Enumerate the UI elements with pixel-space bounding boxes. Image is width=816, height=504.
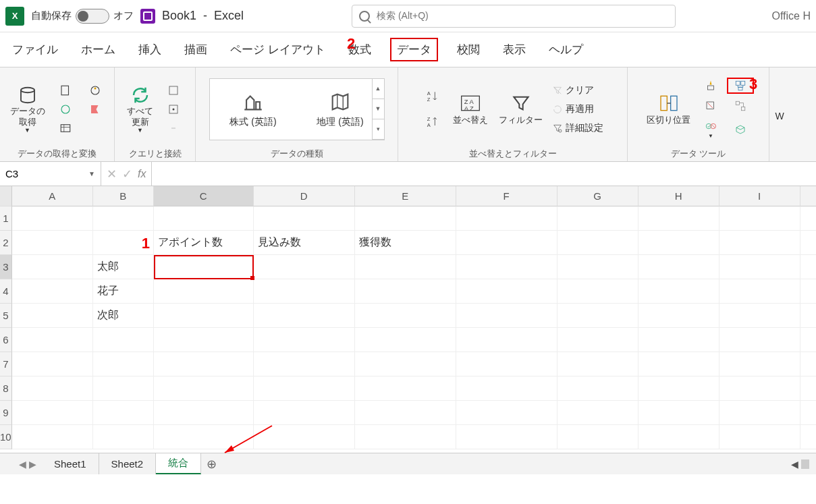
cell-G10[interactable] [557, 425, 638, 449]
name-box-input[interactable] [5, 168, 59, 179]
cell-G2[interactable] [557, 231, 638, 255]
cell-I4[interactable] [719, 279, 800, 304]
cell-J3[interactable] [800, 255, 816, 279]
row-header-2[interactable]: 2 [0, 231, 12, 255]
properties-icon[interactable] [160, 101, 187, 117]
cell-E5[interactable] [355, 304, 456, 328]
manage-data-model-icon[interactable] [727, 121, 754, 138]
cell-G5[interactable] [557, 304, 638, 328]
cell-F4[interactable] [456, 279, 557, 304]
cell-C7[interactable] [154, 352, 254, 376]
tab-insert[interactable]: 挿入 [134, 39, 165, 60]
cell-G4[interactable] [557, 279, 638, 304]
sheet-tab-2[interactable]: Sheet2 [99, 453, 157, 474]
chevron-down-icon[interactable]: ▼ [88, 170, 95, 177]
cell-H2[interactable] [638, 231, 719, 255]
sheet-nav[interactable]: ◀ ▶ [13, 453, 42, 474]
cell-B5[interactable]: 次郎 [93, 304, 154, 328]
cell-H5[interactable] [638, 304, 719, 328]
gallery-up-icon[interactable]: ▲ [373, 79, 384, 99]
cell-H4[interactable] [638, 279, 719, 304]
from-table-icon[interactable] [52, 101, 79, 117]
nav-prev-icon[interactable]: ◀ [19, 459, 26, 470]
cell-B7[interactable] [93, 352, 154, 376]
cell-J9[interactable] [800, 401, 816, 425]
row-header-6[interactable]: 6 [0, 328, 12, 352]
cell-A2[interactable] [12, 231, 93, 255]
existing-connections-icon[interactable] [52, 120, 79, 136]
sheet-tab-3[interactable]: 統合 [156, 453, 201, 474]
row-header-1[interactable]: 1 [0, 206, 12, 231]
col-header-B[interactable]: B [93, 186, 154, 206]
cell-C4[interactable] [154, 279, 254, 304]
cell-A3[interactable] [12, 255, 93, 279]
cell-C6[interactable] [154, 328, 254, 352]
geography-item[interactable]: 地理 (英語) [317, 90, 363, 128]
cell-I1[interactable] [719, 206, 800, 231]
scroll-left-icon[interactable]: ◀ [791, 459, 798, 470]
cell-E10[interactable] [355, 425, 456, 449]
cell-D4[interactable] [254, 279, 355, 304]
sort-desc-button[interactable]: ZA [419, 114, 446, 130]
col-header-H[interactable]: H [638, 186, 719, 206]
row-header-9[interactable]: 9 [0, 401, 12, 425]
what-if-label[interactable]: W [775, 111, 784, 121]
cell-I5[interactable] [719, 304, 800, 328]
col-header-D[interactable]: D [254, 186, 355, 206]
tab-data[interactable]: データ [390, 38, 438, 61]
cell-E8[interactable] [355, 376, 456, 401]
row-header-4[interactable]: 4 [0, 279, 12, 304]
cell-A6[interactable] [12, 328, 93, 352]
cell-J5[interactable] [800, 304, 816, 328]
text-to-columns-button[interactable]: 区切り位置 [643, 91, 695, 128]
cell-F1[interactable] [456, 206, 557, 231]
autosave-switch[interactable] [76, 9, 109, 24]
row-header-3[interactable]: 3 [0, 255, 12, 279]
data-types-gallery[interactable]: 株式 (英語) 地理 (英語) ▲ ▼ ▾ [209, 78, 385, 140]
row-header-10[interactable]: 10 [0, 425, 12, 449]
tab-page-layout[interactable]: ページ レイアウト [226, 39, 329, 60]
col-header-F[interactable]: F [456, 186, 557, 206]
cell-I2[interactable] [719, 231, 800, 255]
cell-F7[interactable] [456, 352, 557, 376]
cell-E7[interactable] [355, 352, 456, 376]
cell-D6[interactable] [254, 328, 355, 352]
formula-bar[interactable] [152, 162, 816, 186]
col-header-C[interactable]: C [154, 186, 254, 206]
cell-H7[interactable] [638, 352, 719, 376]
cell-H3[interactable] [638, 255, 719, 279]
sort-button[interactable]: Z AA Z 並べ替え [449, 91, 492, 128]
tab-view[interactable]: 表示 [499, 39, 530, 60]
cell-E1[interactable] [355, 206, 456, 231]
cell-H9[interactable] [638, 401, 719, 425]
cell-C5[interactable] [154, 304, 254, 328]
cell-F5[interactable] [456, 304, 557, 328]
cell-E6[interactable] [355, 328, 456, 352]
cell-B4[interactable]: 花子 [93, 279, 154, 304]
cell-I8[interactable] [719, 376, 800, 401]
cell-D2[interactable]: 見込み数 [254, 231, 355, 255]
cell-J1[interactable] [800, 206, 816, 231]
cell-A4[interactable] [12, 279, 93, 304]
cell-E4[interactable] [355, 279, 456, 304]
cell-H8[interactable] [638, 376, 719, 401]
cell-I9[interactable] [719, 401, 800, 425]
cell-C2[interactable]: アポイント数 [154, 231, 254, 255]
save-icon[interactable] [140, 9, 155, 24]
cell-A10[interactable] [12, 425, 93, 449]
cell-B3[interactable]: 太郎 [93, 255, 154, 279]
cell-D5[interactable] [254, 304, 355, 328]
tab-review[interactable]: 校閲 [453, 39, 484, 60]
cell-D1[interactable] [254, 206, 355, 231]
flash-fill-icon[interactable] [697, 78, 724, 94]
horizontal-scroll[interactable]: ◀ [784, 453, 816, 474]
sort-asc-button[interactable]: AZ [419, 88, 446, 105]
select-all-cell[interactable] [0, 186, 12, 206]
cell-A5[interactable] [12, 304, 93, 328]
tab-file[interactable]: ファイル [8, 39, 62, 60]
scroll-thumb[interactable] [801, 459, 809, 469]
sheet-tab-1[interactable]: Sheet1 [42, 453, 99, 474]
cell-E2[interactable]: 獲得数 [355, 231, 456, 255]
recent-sources-icon[interactable] [82, 101, 109, 117]
from-web-icon[interactable] [82, 82, 109, 99]
